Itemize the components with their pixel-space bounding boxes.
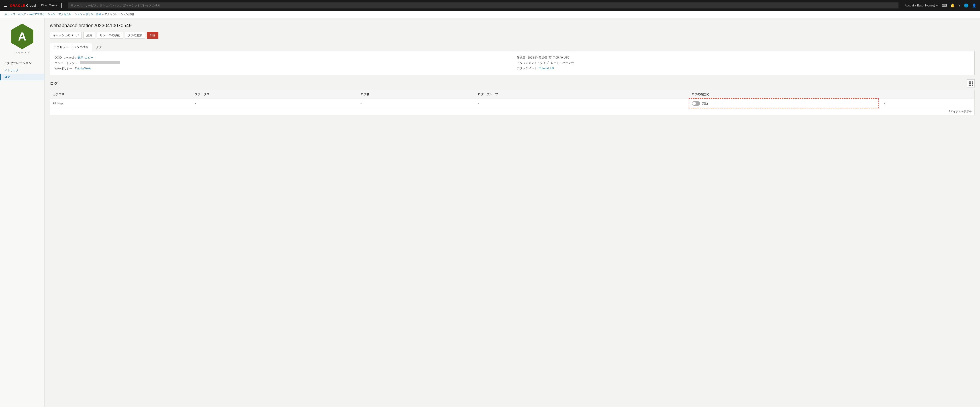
ocid-copy-link[interactable]: コピー: [84, 55, 93, 60]
tab-info[interactable]: アクセラレーションの情報: [50, 43, 92, 51]
info-grid: OCID: ...wnvc3a 表示 コピー コンパートメント: WAAポリシー…: [54, 55, 970, 71]
oracle-text: ORACLE: [10, 3, 25, 7]
left-section-title: アクセラレーション: [0, 58, 45, 67]
bell-icon[interactable]: 🔔: [950, 3, 955, 8]
hexagon-container: A: [11, 24, 33, 49]
grid-view-button[interactable]: [967, 79, 975, 87]
column-header-enable: ログの有効化: [689, 90, 879, 99]
resource-status-label: アクティブ: [15, 51, 29, 55]
breadcrumb-link-networking[interactable]: ネットワーキング: [5, 13, 26, 16]
edit-button[interactable]: 編集: [84, 32, 95, 39]
user-icon[interactable]: 👤: [972, 3, 977, 8]
cell-log-group: -: [475, 98, 689, 108]
add-tag-button[interactable]: タグの追加: [125, 32, 145, 39]
cell-category: All Logs: [50, 98, 192, 108]
attachment-type-row: アタッチメント・タイプ: ロード・バランサ: [517, 60, 970, 66]
purge-cache-button[interactable]: キャッシュのパージ: [50, 32, 82, 39]
breadcrumb-current: アクセラレーション詳細: [105, 13, 134, 16]
hexagon-letter: A: [18, 31, 27, 42]
main-layout: A アクティブ アクセラレーション メトリック ログ webappacceler…: [0, 18, 980, 407]
top-navigation: ☰ ORACLE Cloud Cloud Classic › Australia…: [0, 0, 980, 11]
breadcrumb-link-waa[interactable]: Webアプリケーション・アクセラレーション: [29, 13, 82, 16]
cell-log-name: -: [358, 98, 475, 108]
log-enable-label: 無効: [702, 101, 708, 106]
logs-section-title: ログ: [50, 81, 58, 86]
breadcrumb-sep-3: »: [102, 13, 105, 16]
compartment-row: コンパートメント:: [54, 60, 508, 66]
sidebar-item-metrics[interactable]: メトリック: [0, 67, 45, 74]
waa-policy-link[interactable]: TutorialWAA: [75, 67, 91, 70]
table-row: All Logs - - - 無効 ⋮: [50, 98, 975, 108]
resource-hexagon: A: [11, 24, 33, 49]
compartment-label: コンパートメント:: [54, 61, 79, 65]
ocid-label: OCID:: [54, 56, 63, 59]
help-icon[interactable]: ?: [958, 3, 960, 7]
info-panel: OCID: ...wnvc3a 表示 コピー コンパートメント: WAAポリシー…: [50, 51, 975, 75]
nav-right-section: Australia East (Sydney) ∨ ⌨ 🔔 ? 🌐 👤: [905, 3, 977, 8]
ocid-value: ...wnvc3a: [64, 56, 76, 59]
waa-policy-label: WAAポリシー:: [54, 67, 73, 71]
column-header-log-group: ログ・グループ: [475, 90, 689, 99]
content-area: webappacceleration20230410070549 キャッシュのパ…: [45, 18, 980, 407]
breadcrumb-sep-1: »: [27, 13, 29, 16]
row-menu-icon[interactable]: ⋮: [881, 101, 887, 106]
region-label: Australia East (Sydney): [905, 4, 935, 7]
ocid-row: OCID: ...wnvc3a 表示 コピー: [54, 55, 508, 60]
search-container: [68, 2, 899, 8]
cell-status: -: [192, 98, 358, 108]
oracle-logo: ORACLE Cloud: [10, 3, 36, 7]
info-left-column: OCID: ...wnvc3a 表示 コピー コンパートメント: WAAポリシー…: [54, 55, 508, 71]
cell-row-menu: ⋮: [879, 98, 974, 108]
ocid-show-link[interactable]: 表示: [78, 55, 83, 60]
region-selector[interactable]: Australia East (Sydney) ∨: [905, 4, 938, 7]
compartment-value: [80, 61, 120, 64]
attachment-link[interactable]: Tutorial_LB: [539, 67, 554, 70]
action-buttons: キャッシュのパージ 編集 リソースの移動 タグの追加 削除: [50, 32, 975, 39]
resource-icon-container: A アクティブ: [0, 24, 45, 55]
region-chevron-icon: ∨: [936, 4, 938, 7]
grid-dots-icon: [969, 81, 973, 86]
attachment-type-value: ロード・バランサ: [551, 61, 574, 65]
hamburger-menu-icon[interactable]: ☰: [3, 3, 7, 8]
column-header-log-name: ログ名: [358, 90, 475, 99]
log-enable-toggle[interactable]: [692, 101, 700, 106]
created-date-row: 作成日: 2023年4月10日(月) 7:05:49 UTC: [517, 55, 970, 60]
logs-table: カテゴリ ステータス ログ名 ログ・グループ ログの有効化 All Logs -…: [50, 90, 975, 108]
move-resource-button[interactable]: リソースの移動: [97, 32, 123, 39]
toggle-wrapper: 無効: [692, 101, 876, 106]
column-header-status: ステータス: [192, 90, 358, 99]
cell-log-enable: 無効: [689, 98, 879, 108]
globe-icon[interactable]: 🌐: [964, 3, 969, 8]
code-icon[interactable]: ⌨: [942, 3, 947, 8]
logs-section-header: ログ: [50, 79, 975, 87]
tab-tags[interactable]: タグ: [92, 43, 106, 51]
search-input[interactable]: [68, 2, 899, 8]
attachment-type-label: アタッチメント・タイプ:: [517, 61, 549, 65]
left-panel: A アクティブ アクセラレーション メトリック ログ: [0, 18, 45, 407]
logs-table-header: カテゴリ ステータス ログ名 ログ・グループ ログの有効化: [50, 90, 975, 99]
page-title: webappacceleration20230410070549: [50, 23, 975, 29]
attachment-label: アタッチメント:: [517, 66, 538, 70]
attachment-row: アタッチメント: Tutorial_LB: [517, 66, 970, 71]
column-header-category: カテゴリ: [50, 90, 192, 99]
sidebar-item-logs[interactable]: ログ: [0, 74, 45, 80]
delete-button[interactable]: 削除: [147, 32, 158, 39]
table-footer: 1アイテムを表示中: [50, 108, 975, 115]
breadcrumb-sep-2: »: [83, 13, 85, 16]
tab-bar: アクセラレーションの情報 タグ: [50, 43, 975, 51]
waa-policy-row: WAAポリシー: TutorialWAA: [54, 66, 508, 71]
cloud-classic-button[interactable]: Cloud Classic ›: [39, 3, 62, 8]
info-right-column: 作成日: 2023年4月10日(月) 7:05:49 UTC アタッチメント・タ…: [517, 55, 970, 71]
column-header-actions: [879, 90, 974, 99]
created-date-label: 作成日:: [517, 55, 526, 60]
breadcrumb: ネットワーキング » Webアプリケーション・アクセラレーション » ポリシー詳…: [0, 11, 980, 18]
logs-table-body: All Logs - - - 無効 ⋮: [50, 98, 975, 108]
cloud-text: Cloud: [26, 3, 36, 7]
breadcrumb-link-policy[interactable]: ポリシー詳細: [85, 13, 101, 16]
created-date-value: 2023年4月10日(月) 7:05:49 UTC: [528, 55, 570, 60]
